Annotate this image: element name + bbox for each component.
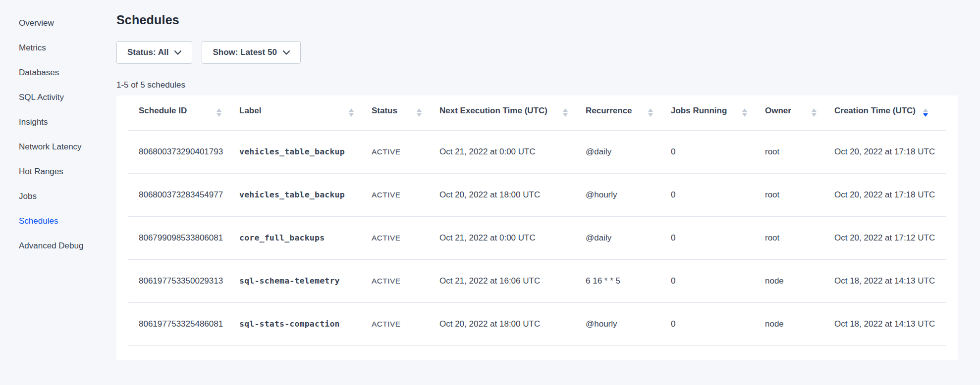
cell-recurrence: @daily (586, 216, 671, 259)
sort-icon (812, 108, 817, 117)
cell-status: ACTIVE (372, 216, 439, 259)
sidebar-nav: OverviewMetricsDatabasesSQL ActivityInsi… (0, 0, 116, 385)
cell-creation-time: Oct 20, 2022 at 17:18 UTC (834, 130, 946, 173)
cell-owner: root (765, 130, 834, 173)
cell-owner: node (765, 259, 834, 302)
sidebar-item-jobs[interactable]: Jobs (19, 184, 116, 209)
cell-id: 806800373290401793 (128, 130, 239, 173)
column-header-schedule-id[interactable]: Schedule ID (128, 96, 239, 130)
cell-owner: root (765, 216, 834, 259)
column-header-next-execution-time-utc[interactable]: Next Execution Time (UTC) (439, 96, 586, 130)
cell-creation-time: Oct 20, 2022 at 17:18 UTC (834, 173, 946, 216)
sidebar-item-advanced-debug[interactable]: Advanced Debug (19, 234, 116, 258)
sidebar-item-metrics[interactable]: Metrics (19, 36, 116, 60)
cell-label: vehicles_table_backup (239, 173, 372, 216)
sidebar-item-overview[interactable]: Overview (19, 11, 116, 36)
cell-status: ACTIVE (372, 302, 439, 345)
column-header-creation-time-utc[interactable]: Creation Time (UTC) (834, 96, 946, 130)
cell-creation-time: Oct 18, 2022 at 14:13 UTC (834, 259, 946, 302)
column-label: Jobs Running (671, 106, 727, 119)
table-row[interactable]: 806197753325486081sql-stats-compactionAC… (128, 302, 946, 345)
column-label: Status (372, 106, 397, 119)
column-header-status[interactable]: Status (372, 96, 439, 130)
cell-jobs-running: 0 (671, 259, 765, 302)
sort-icon (742, 108, 747, 117)
cell-jobs-running: 0 (671, 216, 765, 259)
table-row[interactable]: 806799098533806081core_full_backupsACTIV… (128, 216, 946, 259)
cell-label: vehicles_table_backup (239, 130, 372, 173)
sort-icon (923, 108, 928, 117)
cell-label: sql-schema-telemetry (239, 259, 372, 302)
column-header-inner: Owner (765, 106, 817, 119)
cell-id: 806197753350029313 (128, 259, 239, 302)
page-title: Schedules (116, 13, 958, 27)
column-header-inner: Jobs Running (671, 106, 747, 119)
column-header-inner: Label (239, 106, 354, 119)
table-header: Schedule IDLabelStatusNext Execution Tim… (128, 96, 946, 130)
schedules-table: Schedule IDLabelStatusNext Execution Tim… (128, 96, 946, 346)
cell-jobs-running: 0 (671, 173, 765, 216)
column-header-inner: Recurrence (586, 106, 653, 119)
column-header-inner: Creation Time (UTC) (834, 106, 928, 119)
column-header-inner: Schedule ID (139, 106, 221, 119)
cell-next-execution: Oct 20, 2022 at 18:00 UTC (439, 302, 586, 345)
sidebar-item-databases[interactable]: Databases (19, 60, 116, 85)
sidebar-item-network-latency[interactable]: Network Latency (19, 135, 116, 159)
sidebar-item-schedules[interactable]: Schedules (19, 209, 116, 234)
table-row[interactable]: 806197753350029313sql-schema-telemetryAC… (128, 259, 946, 302)
column-header-jobs-running[interactable]: Jobs Running (671, 96, 765, 130)
cell-label: sql-stats-compaction (239, 302, 372, 345)
cell-status: ACTIVE (372, 173, 439, 216)
column-header-recurrence[interactable]: Recurrence (586, 96, 671, 130)
column-header-inner: Next Execution Time (UTC) (439, 106, 568, 119)
cell-jobs-running: 0 (671, 130, 765, 173)
sort-icon (349, 108, 354, 117)
main-content: Schedules Status: All Show: Latest 50 1-… (116, 0, 958, 385)
sort-icon (648, 108, 653, 117)
column-label: Owner (765, 106, 791, 119)
column-label: Schedule ID (139, 106, 187, 119)
cell-creation-time: Oct 20, 2022 at 17:12 UTC (834, 216, 946, 259)
sort-icon (417, 108, 422, 117)
status-filter-label: Status: All (127, 48, 168, 57)
column-header-owner[interactable]: Owner (765, 96, 834, 130)
sort-icon (217, 108, 221, 117)
sidebar-item-sql-activity[interactable]: SQL Activity (19, 85, 116, 110)
cell-recurrence: 6 16 * * 5 (586, 259, 671, 302)
show-filter-dropdown[interactable]: Show: Latest 50 (202, 41, 300, 64)
column-label: Label (239, 106, 261, 119)
sort-icon (563, 108, 568, 117)
column-label: Next Execution Time (UTC) (439, 106, 547, 119)
cell-owner: node (765, 302, 834, 345)
cell-status: ACTIVE (372, 259, 439, 302)
cell-creation-time: Oct 18, 2022 at 14:13 UTC (834, 302, 946, 345)
cell-next-execution: Oct 21, 2022 at 0:00 UTC (439, 130, 586, 173)
sidebar-item-hot-ranges[interactable]: Hot Ranges (19, 159, 116, 184)
cell-next-execution: Oct 20, 2022 at 18:00 UTC (439, 173, 586, 216)
column-label: Creation Time (UTC) (834, 106, 916, 119)
sidebar-item-insights[interactable]: Insights (19, 110, 116, 135)
cell-id: 806800373283454977 (128, 173, 239, 216)
chevron-down-icon (174, 50, 181, 55)
table-row[interactable]: 806800373283454977vehicles_table_backupA… (128, 173, 946, 216)
results-count: 1-5 of 5 schedules (116, 80, 958, 90)
column-header-inner: Status (372, 106, 422, 119)
table-body: 806800373290401793vehicles_table_backupA… (128, 130, 946, 345)
column-header-label[interactable]: Label (239, 96, 372, 130)
filter-bar: Status: All Show: Latest 50 (116, 41, 958, 64)
cell-status: ACTIVE (372, 130, 439, 173)
cell-next-execution: Oct 21, 2022 at 0:00 UTC (439, 216, 586, 259)
cell-id: 806197753325486081 (128, 302, 239, 345)
cell-jobs-running: 0 (671, 302, 765, 345)
table-row[interactable]: 806800373290401793vehicles_table_backupA… (128, 130, 946, 173)
cell-recurrence: @hourly (586, 302, 671, 345)
table-header-row: Schedule IDLabelStatusNext Execution Tim… (128, 96, 946, 130)
chevron-down-icon (283, 50, 290, 55)
status-filter-dropdown[interactable]: Status: All (116, 41, 192, 64)
cell-next-execution: Oct 21, 2022 at 16:06 UTC (439, 259, 586, 302)
cell-owner: root (765, 173, 834, 216)
show-filter-label: Show: Latest 50 (213, 48, 276, 57)
cell-recurrence: @hourly (586, 173, 671, 216)
schedules-table-card: Schedule IDLabelStatusNext Execution Tim… (116, 96, 958, 360)
column-label: Recurrence (586, 106, 632, 119)
